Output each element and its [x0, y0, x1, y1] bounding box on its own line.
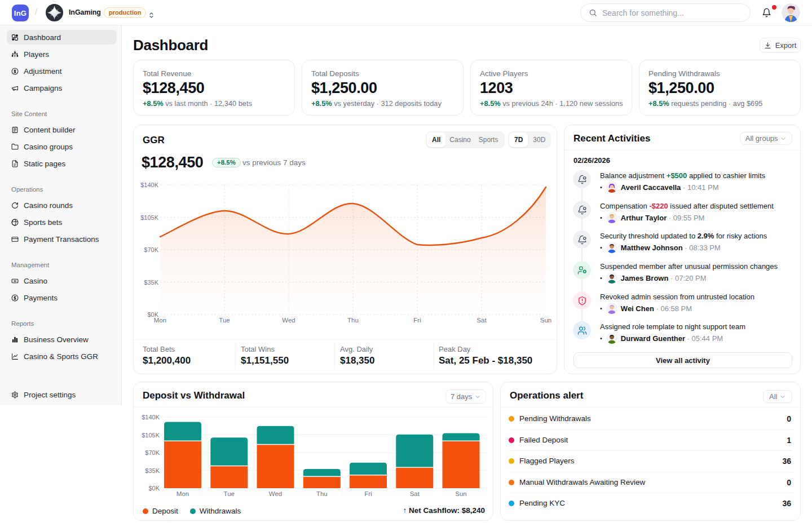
svg-text:$35K: $35K	[145, 467, 160, 474]
svg-text:Tue: Tue	[224, 490, 235, 497]
svg-text:Mon: Mon	[154, 317, 166, 324]
svg-text:$70K: $70K	[144, 246, 158, 253]
svg-text:Sun: Sun	[540, 317, 551, 324]
svg-text:Fri: Fri	[413, 317, 421, 324]
svg-text:Wed: Wed	[269, 490, 282, 497]
svg-text:$105K: $105K	[142, 432, 160, 439]
svg-text:Sat: Sat	[410, 490, 420, 497]
svg-text:Thu: Thu	[316, 490, 328, 497]
svg-text:Tue: Tue	[219, 317, 230, 324]
svg-text:$0K: $0K	[148, 485, 160, 492]
svg-text:$140K: $140K	[142, 414, 160, 421]
svg-text:Sun: Sun	[455, 490, 466, 497]
svg-text:Wed: Wed	[282, 317, 295, 324]
svg-text:Thu: Thu	[347, 317, 359, 324]
svg-text:$105K: $105K	[140, 214, 158, 221]
svg-text:Sat: Sat	[476, 317, 487, 324]
svg-text:Fri: Fri	[364, 490, 372, 497]
svg-text:$140K: $140K	[140, 182, 158, 188]
svg-text:$35K: $35K	[144, 279, 158, 286]
svg-text:Mon: Mon	[176, 490, 189, 497]
svg-text:$70K: $70K	[145, 449, 160, 456]
